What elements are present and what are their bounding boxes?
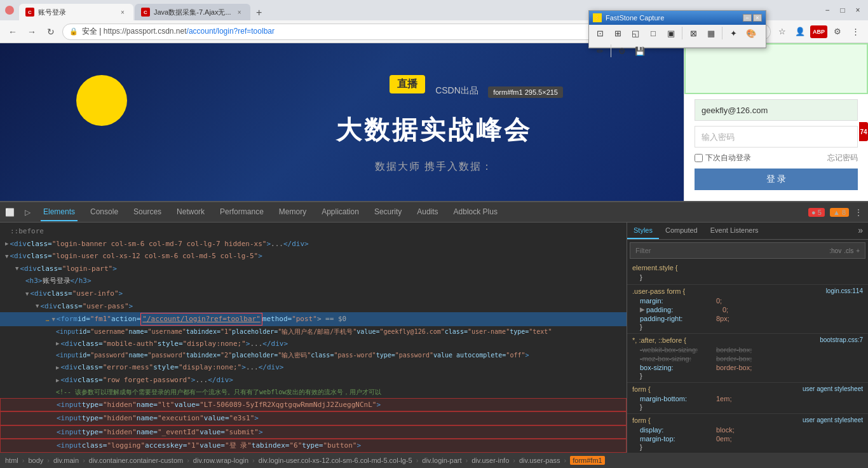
fs-tool-save[interactable]: 💾 bbox=[632, 43, 648, 59]
fs-tool-capture-fullscreen[interactable]: □ bbox=[645, 25, 661, 41]
maximize-button[interactable]: □ bbox=[837, 6, 848, 15]
bookmark-button[interactable]: ☆ bbox=[775, 24, 790, 39]
statusbar-html[interactable]: html bbox=[5, 457, 18, 464]
secure-icon: 🔒 bbox=[69, 27, 78, 36]
devtools-panel: ⬜ ▷ Elements Console Sources Network Per… bbox=[0, 201, 868, 468]
devtools-tab-memory[interactable]: Memory bbox=[276, 203, 309, 221]
filter-hov[interactable]: :hov bbox=[829, 247, 841, 254]
tab-2[interactable]: C Java数据采集-7.Ajax无... × bbox=[135, 4, 250, 20]
menu-button[interactable]: ⋮ bbox=[848, 24, 863, 39]
tab-2-close[interactable]: × bbox=[235, 8, 244, 17]
devtools-tab-security[interactable]: Security bbox=[372, 203, 404, 221]
fs-tool-capture-scroll[interactable]: ▣ bbox=[663, 25, 679, 41]
style-selector: form { user agent stylesheet bbox=[632, 385, 863, 393]
close-window-button[interactable] bbox=[5, 6, 14, 15]
style-selector: form { user agent stylesheet bbox=[632, 416, 863, 424]
statusbar-form[interactable]: form#fm1 bbox=[570, 456, 604, 465]
fs-tool-color-picker[interactable]: 🎨 bbox=[743, 25, 759, 41]
statusbar-container[interactable]: div.container.container-custom bbox=[89, 457, 183, 464]
minimize-button[interactable]: − bbox=[822, 6, 832, 15]
fs-tool-capture-menu[interactable]: ⊠ bbox=[685, 25, 702, 41]
devtools-tab-sources[interactable]: Sources bbox=[131, 203, 164, 221]
faststone-toolbar: ⊡ ⊞ ◱ □ ▣ ⊠ ▦ ✦ 🎨 ✏ ⚙ 💾 bbox=[589, 25, 766, 48]
fs-tool-capture-window[interactable]: ⊡ bbox=[592, 25, 608, 41]
styles-tab-event-listeners[interactable]: Event Listeners bbox=[704, 223, 765, 239]
remember-text: 下次自动登录 bbox=[705, 153, 751, 163]
fs-tool-draw[interactable]: ✏ bbox=[592, 43, 608, 59]
html-line: ▼ <div class= "login-part" > bbox=[0, 263, 627, 275]
devtools-settings[interactable]: ⋮ bbox=[854, 207, 863, 217]
style-source: login.css:114 bbox=[826, 287, 863, 294]
style-prop: margin-bottom: 1em; bbox=[632, 394, 863, 403]
style-rule-userpass: .user-pass form { login.css:114 margin: … bbox=[627, 285, 868, 334]
tab-2-title: Java数据采集-7.Ajax无... bbox=[154, 8, 231, 17]
forgot-password-link[interactable]: 忘记密码 bbox=[827, 153, 858, 163]
faststone-close[interactable]: × bbox=[753, 14, 762, 22]
fs-tool-settings[interactable]: ⚙ bbox=[614, 43, 630, 59]
faststone-minimize[interactable]: − bbox=[743, 14, 752, 22]
html-line: ▼ <div class= "user-info" > bbox=[0, 287, 627, 300]
style-source: bootstrap.css:7 bbox=[820, 336, 863, 343]
forward-button[interactable]: → bbox=[24, 24, 39, 39]
login-button[interactable]: 登 录 bbox=[695, 169, 858, 190]
back-button[interactable]: ← bbox=[5, 24, 20, 39]
devtools-tab-elements[interactable]: Elements bbox=[41, 203, 78, 221]
html-line: <h3> 账号登录 </h3> bbox=[0, 275, 627, 287]
profile-button[interactable]: 👤 bbox=[792, 24, 808, 39]
devtools-tab-audits[interactable]: Audits bbox=[414, 203, 440, 221]
statusbar-body[interactable]: body bbox=[28, 457, 43, 464]
event-title: 大数据实战峰会 bbox=[336, 113, 532, 148]
devtools-tab-adblock[interactable]: Adblock Plus bbox=[451, 203, 500, 221]
faststone-title-text: FastStone Capture bbox=[606, 14, 664, 22]
adblock-button[interactable]: ABP bbox=[810, 25, 827, 38]
statusbar-user-pass[interactable]: div.user-pass bbox=[519, 457, 560, 464]
html-line: <input id= "username" name= "username" t… bbox=[0, 326, 627, 338]
new-tab-button[interactable]: + bbox=[252, 5, 267, 20]
remember-checkbox[interactable] bbox=[695, 154, 703, 162]
fs-tool-star[interactable]: ✦ bbox=[725, 25, 742, 41]
style-prop: -moz-box-sizing: border-box; bbox=[632, 354, 863, 363]
tab-1[interactable]: C 账号登录 × bbox=[19, 4, 133, 20]
statusbar-divmain[interactable]: div.main bbox=[53, 457, 79, 464]
devtools-tab-network[interactable]: Network bbox=[174, 203, 207, 221]
html-line: ▶ <div class= "login-banner col-sm-6 col… bbox=[0, 238, 627, 251]
style-prop: box-sizing: border-box; bbox=[632, 363, 863, 372]
close-button[interactable]: × bbox=[853, 6, 863, 15]
devtools-header: ⬜ ▷ Elements Console Sources Network Per… bbox=[0, 202, 868, 223]
statusbar-row[interactable]: div.row.wrap-login bbox=[193, 457, 248, 464]
tab-1-close[interactable]: × bbox=[118, 8, 127, 17]
statusbar-login-part[interactable]: div.login-part bbox=[422, 457, 461, 464]
style-selector: .user-pass form { login.css:114 bbox=[632, 287, 863, 295]
statusbar-login-user[interactable]: div.login-user.col-xs-12.col-sm-6.col-md… bbox=[259, 457, 412, 464]
element-tooltip: form#fm1 295.5×215 bbox=[488, 86, 563, 98]
devtools-icon-console: ▷ bbox=[25, 208, 31, 217]
fs-tool-capture-region[interactable]: ◱ bbox=[627, 25, 644, 41]
html-line: ▶ <div class= "row forget-password" > ..… bbox=[0, 374, 627, 387]
filter-add[interactable]: + bbox=[856, 247, 860, 254]
styles-filter-input[interactable] bbox=[635, 247, 827, 254]
extensions-button[interactable]: ⚙ bbox=[830, 24, 845, 39]
reload-button[interactable]: ↻ bbox=[43, 24, 58, 39]
style-rule-form1: form { user agent stylesheet margin-bott… bbox=[627, 383, 868, 414]
devtools-tab-application[interactable]: Application bbox=[319, 203, 362, 221]
fs-tool-capture-object[interactable]: ⊞ bbox=[609, 25, 626, 41]
filter-cls[interactable]: .cls bbox=[844, 247, 853, 254]
styles-more[interactable]: » bbox=[853, 223, 868, 239]
faststone-window-controls: − × bbox=[743, 14, 762, 22]
devtools-tab-performance[interactable]: Performance bbox=[217, 203, 266, 221]
style-prop: ▶ padding: 0; bbox=[632, 305, 863, 314]
username-input[interactable] bbox=[695, 99, 858, 121]
faststone-window: ⚡ FastStone Capture − × ⊡ ⊞ ◱ □ ▣ ⊠ ▦ ✦ … bbox=[588, 10, 766, 48]
remember-me-label: 下次自动登录 bbox=[695, 153, 751, 163]
styles-tab-computed[interactable]: Computed bbox=[659, 223, 704, 239]
statusbar-user-info[interactable]: div.user-info bbox=[471, 457, 509, 464]
window-controls-right: − □ × bbox=[822, 6, 863, 15]
faststone-title-bar: ⚡ FastStone Capture − × bbox=[589, 11, 766, 25]
devtools-tab-console[interactable]: Console bbox=[88, 203, 121, 221]
warning-badge: ▲ 8 bbox=[830, 208, 849, 217]
password-input[interactable] bbox=[695, 126, 858, 148]
fs-tool-capture-freehand[interactable]: ▦ bbox=[703, 25, 719, 41]
html-line-hidden-lt: <input type= "hidden" name= "lt" value= … bbox=[0, 398, 627, 412]
html-line-selected[interactable]: … ▼ <form id= "fm1" action= "/account/lo… bbox=[0, 312, 627, 326]
styles-tab-styles[interactable]: Styles bbox=[627, 223, 659, 239]
